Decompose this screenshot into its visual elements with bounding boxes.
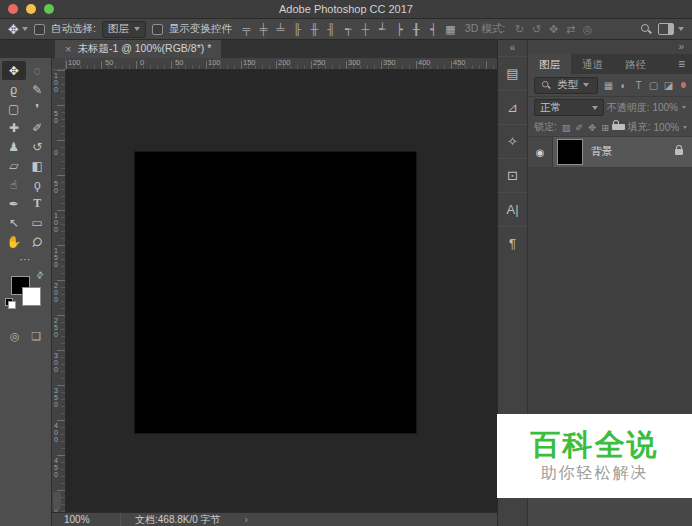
ruler-label: 1 5 0 [54,247,58,268]
opacity-value[interactable]: 100% [652,102,678,113]
fill-value[interactable]: 100% [654,122,680,133]
auto-select-label: 自动选择: [51,22,96,36]
default-colors-icon[interactable] [5,298,14,307]
3d-rotate-icon[interactable]: ↻ [511,23,528,36]
align-hcenter-icon[interactable]: ╫ [306,23,323,35]
filter-smart-objects-icon[interactable]: ◪ [661,80,676,91]
path-selection-tool[interactable]: ↖ [2,213,26,232]
align-vcenter-icon[interactable]: ╪ [255,23,272,35]
align-bottom-icon[interactable]: ╧ [272,23,289,35]
adjustments-panel-icon[interactable]: ⊿ [498,90,527,124]
lock-transparent-pixels-icon[interactable]: ▨ [560,122,573,133]
lock-artboard-icon[interactable]: ⊞ [599,122,612,133]
clone-stamp-tool[interactable]: ♟ [2,137,26,156]
lock-all-icon[interactable] [612,124,625,130]
canvas-pasteboard [66,70,497,512]
history-brush-tool[interactable]: ↺ [26,137,50,156]
distribute-right-icon[interactable]: ┥ [425,23,442,36]
edit-toolbar-button[interactable]: ⋯ [0,253,51,266]
smudge-tool[interactable]: ☝ [2,175,26,194]
3d-scale-icon[interactable]: ◎ [579,23,596,36]
quick-selection-tool[interactable]: ✎ [26,80,50,99]
type-tool[interactable]: T [26,194,50,213]
eraser-tool[interactable]: ▱ [2,156,26,175]
properties-panel-icon[interactable]: ⊡ [498,158,527,192]
distribute-left-icon[interactable]: ┝ [391,23,408,36]
lock-position-icon[interactable]: ✥ [586,122,599,133]
3d-drag-icon[interactable]: ✥ [545,23,562,36]
vertical-ruler[interactable]: 1 0 05 005 01 0 01 5 02 0 02 5 03 0 03 5… [52,70,66,512]
lasso-tool[interactable]: ϱ [2,80,26,99]
gradient-tool[interactable]: ◧ [26,156,50,175]
document-tab[interactable]: × 未标题-1 @ 100%(RGB/8*) * [55,40,221,58]
paragraph-panel-icon[interactable]: ¶ [498,226,527,260]
workspace-switcher[interactable] [658,23,684,35]
distribute-spacing-icon[interactable]: ▦ [442,23,459,36]
swap-colors-icon[interactable]: ⇄ [34,269,46,281]
tool-preset-picker[interactable]: ✥ [8,22,28,37]
color-swatches: ⇄ [0,272,51,318]
3d-slide-icon[interactable]: ⇄ [562,23,579,36]
move-tool[interactable]: ✥ [2,61,26,80]
brush-tool[interactable]: ✐ [26,118,50,137]
status-options-chevron[interactable]: › [245,514,248,525]
layer-filter-kind-dropdown[interactable]: 类型 [534,77,598,94]
distribute-bottom-icon[interactable]: ┵ [374,23,391,36]
background-color-swatch[interactable] [22,287,41,306]
ruler-label: 4 0 0 [54,422,58,443]
expand-panels-icon[interactable]: « [498,40,527,56]
layer-filter-toggle[interactable] [681,82,686,88]
tab-layers[interactable]: 图层 [528,54,571,74]
lock-image-pixels-icon[interactable]: ✐ [573,122,586,133]
3d-roll-icon[interactable]: ↺ [528,23,545,36]
distribute-hcenter-icon[interactable]: ╂ [408,23,425,36]
dodge-tool[interactable]: ϙ [26,175,50,194]
tab-channels[interactable]: 通道 [571,54,614,74]
screen-mode-button[interactable]: ❏ [31,330,41,343]
tab-close-icon[interactable]: × [65,43,71,55]
auto-select-checkbox[interactable] [34,24,45,35]
ruler-origin-corner[interactable] [52,58,66,70]
tab-paths[interactable]: 路径 [614,54,657,74]
scrollbar-corner[interactable] [53,492,61,509]
document-canvas[interactable] [135,152,416,433]
distribute-top-icon[interactable]: ┭ [340,23,357,36]
watermark-subtitle: 助你轻松解决 [541,463,649,484]
titlebar: Adobe Photoshop CC 2017 [0,0,692,19]
filter-adjustment-layers-icon[interactable]: ◐ [616,80,631,91]
layer-row-background[interactable]: ◉ 背景 [528,137,692,167]
panel-menu-icon[interactable]: ≡ [678,54,692,74]
ruler-label: 1 0 0 [54,72,58,93]
chevron-down-icon [592,106,598,110]
character-panel-icon[interactable]: A| [498,192,527,226]
crop-tool[interactable]: ▢ [2,99,26,118]
collapse-panels-icon[interactable]: » [528,40,692,54]
align-top-icon[interactable]: ╤ [238,23,255,35]
filter-type-layers-icon[interactable]: T [631,80,646,91]
layer-lock-icon [675,149,683,155]
chevron-down-icon [678,27,684,31]
layer-thumbnail[interactable] [557,139,583,165]
quick-mask-button[interactable]: ◎ [10,330,20,343]
distribute-vcenter-icon[interactable]: ┼ [357,23,374,35]
panel-dock-icons: ▤⊿✧⊡A|¶ [498,56,527,260]
auto-select-dropdown[interactable]: 图层 [102,21,146,38]
align-right-icon[interactable]: ╢ [323,23,340,35]
marquee-tool[interactable]: ◌ [26,61,50,80]
pen-tool[interactable]: ✒ [2,194,26,213]
show-transform-checkbox[interactable] [152,24,163,35]
hand-tool[interactable]: ✋ [2,232,26,251]
styles-panel-icon[interactable]: ✧ [498,124,527,158]
horizontal-ruler[interactable]: 10050050100150200250300350400450 [66,58,497,70]
eyedropper-tool[interactable]: ❜ [26,99,50,118]
align-left-icon[interactable]: ╟ [289,23,306,35]
ruler-label: 5 0 [54,180,58,194]
color-panel-icon[interactable]: ▤ [498,56,527,90]
layer-visibility-toggle[interactable]: ◉ [528,137,553,167]
search-icon[interactable] [640,23,652,35]
zoom-level-field[interactable]: 100% [64,514,110,525]
healing-brush-tool[interactable]: ✚ [2,118,26,137]
filter-pixel-layers-icon[interactable]: ▦ [601,80,616,91]
filter-shape-layers-icon[interactable]: ▢ [646,80,661,91]
blend-mode-dropdown[interactable]: 正常 [534,99,604,116]
